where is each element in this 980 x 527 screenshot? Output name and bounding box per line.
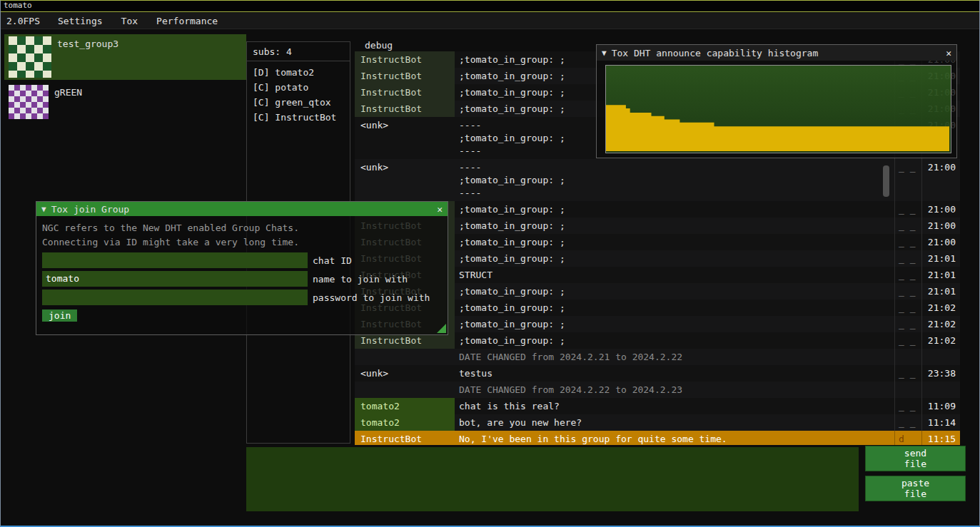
sender-name: InstructBot [355, 84, 455, 101]
chat-id-label: chat ID [308, 255, 352, 266]
join-info-line2: Connecting via ID might take a very long… [36, 235, 448, 250]
sender-name: <unk> [355, 159, 455, 201]
sender-name [355, 349, 455, 365]
message-time: 21:01 [921, 250, 960, 267]
message-text: ;tomato_in_group: ; [455, 316, 894, 332]
send-file-button[interactable]: send file [865, 446, 966, 471]
message-text: ;tomato_in_group: ; [455, 234, 894, 250]
message-flags: _ _ [894, 316, 921, 332]
join-button[interactable]: join [42, 309, 77, 322]
histogram-bars [606, 66, 949, 151]
member-row[interactable]: [C] potato [247, 80, 350, 95]
message-flags: _ _ [894, 234, 921, 250]
join-window-titlebar[interactable]: ▼ Tox join Group ✕ [36, 202, 448, 216]
message-flags: _ _ [894, 300, 921, 316]
chat-row: <unk>testus_ _23:38 [355, 365, 960, 382]
message-text: STRUCT [455, 267, 894, 283]
close-icon[interactable]: ✕ [946, 48, 951, 58]
message-time: 21:01 [921, 267, 960, 283]
sender-name: tomato2 [355, 398, 455, 414]
message-time: 21:00 [921, 159, 960, 201]
sender-name: InstructBot [355, 68, 455, 84]
message-time: 23:38 [921, 365, 960, 382]
group-name: gREEN [54, 85, 82, 98]
join-window-title: Tox join Group [51, 204, 130, 215]
group-item-test_group3[interactable]: test_group3 [4, 34, 246, 80]
join-name-input[interactable]: tomato [42, 271, 308, 287]
member-row[interactable]: [C] green_qtox [247, 95, 350, 110]
join-password-label: password to join with [308, 292, 430, 303]
chat-row: tomato2chat is this real?_ _11:09 [355, 398, 960, 414]
menu-item-tox[interactable]: Tox [112, 14, 147, 29]
collapse-arrow-icon[interactable]: ▼ [602, 48, 607, 58]
message-flags: d [894, 431, 921, 445]
fps-counter: 2.0FPS [1, 16, 49, 26]
message-flags [894, 349, 921, 365]
message-time: 11:15 [921, 431, 960, 445]
sender-name: InstructBot [355, 101, 455, 117]
histogram-window-title: Tox DHT announce capability histogram [612, 48, 819, 58]
app-window: tomato 2.0FPS SettingsToxPerformance tes… [0, 0, 980, 527]
join-group-window: ▼ Tox join Group ✕ NGC refers to the New… [36, 201, 448, 335]
message-time: 21:00 [921, 234, 960, 250]
chat-id-input[interactable] [42, 252, 308, 268]
sender-name [355, 382, 455, 398]
message-text: ;tomato_in_group: ; [455, 250, 894, 267]
message-text: No, I've been in this group for quite so… [455, 431, 894, 445]
menu-item-performance[interactable]: Performance [147, 14, 227, 29]
group-item-green[interactable]: gREEN [4, 83, 246, 123]
message-text: ;tomato_in_group: ; [455, 201, 894, 218]
window-titlebar[interactable]: tomato [0, 0, 980, 12]
date-separator-row: DATE CHANGED from 2024.2.22 to 2024.2.23 [355, 382, 960, 398]
sender-name: InstructBot [355, 51, 455, 68]
separator [247, 61, 350, 61]
resize-grip[interactable] [437, 324, 446, 333]
subs-header: subs: 4 [247, 42, 350, 61]
menubar: 2.0FPS SettingsToxPerformance [1, 13, 979, 29]
sender-name: <unk> [355, 117, 455, 159]
message-flags [894, 382, 921, 398]
message-text: ;tomato_in_group: ; [455, 300, 894, 316]
message-flags: _ _ [894, 365, 921, 382]
menu-item-settings[interactable]: Settings [49, 14, 112, 29]
member-row[interactable]: [D] tomato2 [247, 65, 350, 80]
group-name: test_group3 [57, 36, 118, 49]
message-text: DATE CHANGED from 2024.2.22 to 2024.2.23 [455, 382, 894, 398]
join-name-label: name to join with [308, 274, 408, 285]
message-text: bot, are you new here? [455, 414, 894, 431]
join-info-line1: NGC refers to the New DHT enabled Group … [36, 216, 448, 235]
group-avatar-icon [9, 36, 51, 78]
message-text: ---- ;tomato_in_group: ; ---- [455, 159, 894, 201]
histogram-window: ▼ Tox DHT announce capability histogram … [596, 44, 957, 158]
chat-row: <unk>---- ;tomato_in_group: ; ----_ _21:… [355, 159, 960, 201]
histogram-plot[interactable] [605, 65, 951, 153]
message-time: 11:09 [921, 398, 960, 414]
message-time: 21:02 [921, 316, 960, 332]
message-time: 21:01 [921, 283, 960, 300]
message-flags: _ _ [894, 159, 921, 201]
message-flags: _ _ [894, 332, 921, 349]
menu-items: SettingsToxPerformance [49, 13, 227, 29]
message-text: testus [455, 365, 894, 382]
message-text: ;tomato_in_group: ; [455, 283, 894, 300]
paste-file-button[interactable]: paste file [865, 476, 966, 501]
message-time: 21:00 [921, 218, 960, 234]
chat-row: tomato2bot, are you new here?_ _11:14 [355, 414, 960, 431]
close-icon[interactable]: ✕ [437, 204, 443, 215]
member-row[interactable]: [C] InstructBot [247, 110, 350, 125]
message-flags: _ _ [894, 201, 921, 218]
member-list: [D] tomato2[C] potato[C] green_qtox[C] I… [247, 65, 350, 125]
window-title: tomato [4, 1, 32, 10]
message-text: ;tomato_in_group: ; [455, 218, 894, 234]
collapse-arrow-icon[interactable]: ▼ [41, 205, 46, 214]
message-time: 21:02 [921, 332, 960, 349]
join-password-input[interactable] [42, 290, 308, 305]
group-avatar-icon [9, 85, 49, 119]
histogram-window-titlebar[interactable]: ▼ Tox DHT announce capability histogram … [597, 45, 956, 61]
sender-name: <unk> [355, 365, 455, 382]
message-input[interactable] [246, 447, 859, 511]
message-flags: _ _ [894, 267, 921, 283]
chat-scrollbar[interactable] [883, 165, 889, 197]
message-flags: _ _ [894, 398, 921, 414]
message-text: DATE CHANGED from 2024.2.21 to 2024.2.22 [455, 349, 894, 365]
